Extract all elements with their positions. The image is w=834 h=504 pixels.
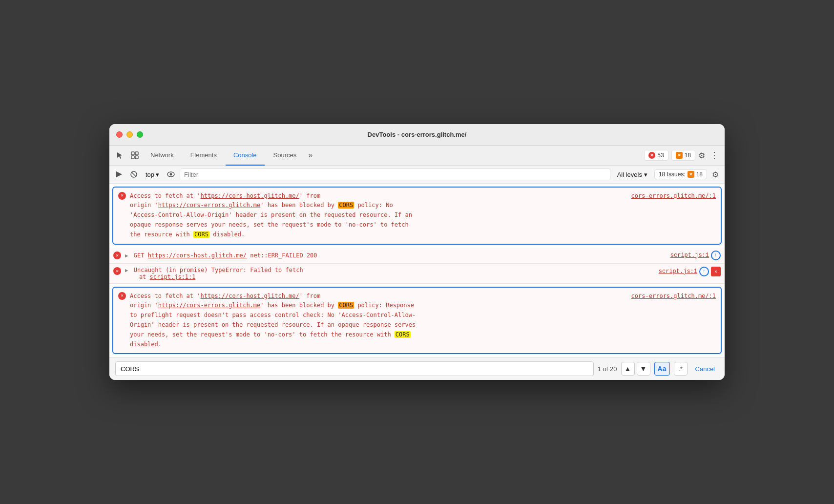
error-icon-1: ✕ xyxy=(118,192,126,200)
search-nav: ▲ ▼ xyxy=(621,362,650,376)
console-settings-icon[interactable]: ⚙ xyxy=(710,168,721,181)
search-count: 1 of 20 xyxy=(598,365,617,373)
case-sensitive-button[interactable]: Aa xyxy=(654,362,670,376)
badge-group: ✕ 53 ✕ 18 xyxy=(644,150,695,161)
svg-point-8 xyxy=(170,173,172,176)
issues-badge[interactable]: 18 Issues: ✕ 18 xyxy=(654,169,707,179)
error1-source[interactable]: cors-errors.glitch.me/:1 xyxy=(631,192,716,199)
eye-icon[interactable] xyxy=(165,168,177,180)
error-row-3: ✕ ▶ Uncaught (in promise) TypeError: Fai… xyxy=(109,264,725,284)
traffic-lights xyxy=(116,131,143,138)
settings-icon[interactable]: ⚙ xyxy=(696,149,707,162)
search-next-button[interactable]: ▼ xyxy=(637,362,650,376)
title-bar: DevTools - cors-errors.glitch.me/ xyxy=(109,124,725,146)
search-input[interactable] xyxy=(115,361,594,376)
error-icon-2: ✕ xyxy=(113,252,121,259)
devtools-window: DevTools - cors-errors.glitch.me/ Networ… xyxy=(109,124,725,380)
error4-link2[interactable]: https://cors-errors.glitch.me xyxy=(158,302,261,309)
error-icon-4: ✕ xyxy=(118,292,126,300)
error3-script-link[interactable]: script.js:1:1 xyxy=(150,273,196,280)
error1-link2[interactable]: https://cors-errors.glitch.me xyxy=(158,202,261,209)
error3-remove-icon[interactable]: ✕ xyxy=(711,267,721,276)
svg-rect-2 xyxy=(131,156,134,159)
error3-source[interactable]: script.js:1 xyxy=(659,268,697,275)
warning-badge[interactable]: ✕ 18 xyxy=(671,150,695,161)
issues-badge-icon: ✕ xyxy=(688,171,694,178)
cors-badge-4: CORS xyxy=(395,331,411,338)
error-content-1: Access to fetch at 'https://cors-host.gl… xyxy=(130,191,716,240)
error-row-1: ✕ Access to fetch at 'https://cors-host.… xyxy=(112,187,722,245)
search-prev-button[interactable]: ▲ xyxy=(621,362,635,376)
context-selector[interactable]: top ▾ xyxy=(143,169,162,180)
cors-badge-1: CORS xyxy=(338,202,354,209)
cursor-icon[interactable] xyxy=(113,148,127,162)
svg-rect-1 xyxy=(135,152,138,155)
tab-console[interactable]: Console xyxy=(226,145,265,166)
error-badge-icon: ✕ xyxy=(648,152,655,159)
console-toolbar: top ▾ All levels ▾ 18 Issues: ✕ 18 ⚙ xyxy=(109,166,725,184)
error-row-2: ✕ ▶ GET https://cors-host.glitch.me/ net… xyxy=(109,248,725,264)
tab-network[interactable]: Network xyxy=(143,145,182,166)
tab-elements[interactable]: Elements xyxy=(183,145,225,166)
svg-rect-3 xyxy=(135,156,138,159)
warning-badge-icon: ✕ xyxy=(676,152,683,159)
error2-actions: script.js:1 ↑ xyxy=(670,251,721,260)
maximize-button[interactable] xyxy=(137,131,143,138)
inspect-icon[interactable] xyxy=(128,148,142,162)
clear-icon[interactable] xyxy=(128,168,140,180)
levels-selector[interactable]: All levels ▾ xyxy=(613,169,651,180)
window-title: DevTools - cors-errors.glitch.me/ xyxy=(368,131,467,138)
cors-badge-3: CORS xyxy=(338,302,354,309)
search-bar: 1 of 20 ▲ ▼ Aa .* Cancel xyxy=(109,357,725,380)
cors-badge-2: CORS xyxy=(193,231,209,238)
expand-arrow-3[interactable]: ▶ xyxy=(125,267,128,273)
error-badge[interactable]: ✕ 53 xyxy=(644,150,668,161)
error-content-3: ▶ Uncaught (in promise) TypeError: Faile… xyxy=(125,267,655,280)
expand-arrow-2[interactable]: ▶ xyxy=(125,252,128,259)
error-content-4: Access to fetch at 'https://cors-host.gl… xyxy=(130,292,716,350)
error1-link1[interactable]: https://cors-host.glitch.me/ xyxy=(201,192,299,199)
filter-input[interactable] xyxy=(180,168,610,180)
error-content-2: ▶ GET https://cors-host.glitch.me/ net::… xyxy=(125,252,667,259)
error-row-4: ✕ Access to fetch at 'https://cors-host.… xyxy=(112,287,722,355)
more-tabs-icon[interactable]: » xyxy=(305,151,315,160)
error3-actions: script.js:1 ↑ ✕ xyxy=(659,267,721,276)
svg-marker-4 xyxy=(116,171,122,177)
regex-button[interactable]: .* xyxy=(674,362,688,376)
error2-up-icon[interactable]: ↑ xyxy=(711,251,721,260)
error4-link1[interactable]: https://cors-host.glitch.me/ xyxy=(201,293,299,299)
minimize-button[interactable] xyxy=(126,131,133,138)
error4-source[interactable]: cors-errors.glitch.me/:1 xyxy=(631,293,716,299)
execute-icon[interactable] xyxy=(113,168,125,180)
main-toolbar: Network Elements Console Sources » ✕ 53 … xyxy=(109,146,725,166)
console-area: ✕ Access to fetch at 'https://cors-host.… xyxy=(109,184,725,357)
error2-source[interactable]: script.js:1 xyxy=(670,252,709,259)
tab-sources[interactable]: Sources xyxy=(266,145,305,166)
error2-link[interactable]: https://cors-host.glitch.me/ xyxy=(148,252,247,259)
cancel-search-button[interactable]: Cancel xyxy=(691,363,719,375)
close-button[interactable] xyxy=(116,131,123,138)
svg-rect-0 xyxy=(131,152,134,155)
svg-line-6 xyxy=(131,172,136,177)
error-icon-3: ✕ xyxy=(113,267,121,275)
more-options-icon[interactable]: ⋮ xyxy=(708,148,721,163)
error3-up-icon[interactable]: ↑ xyxy=(699,267,709,276)
